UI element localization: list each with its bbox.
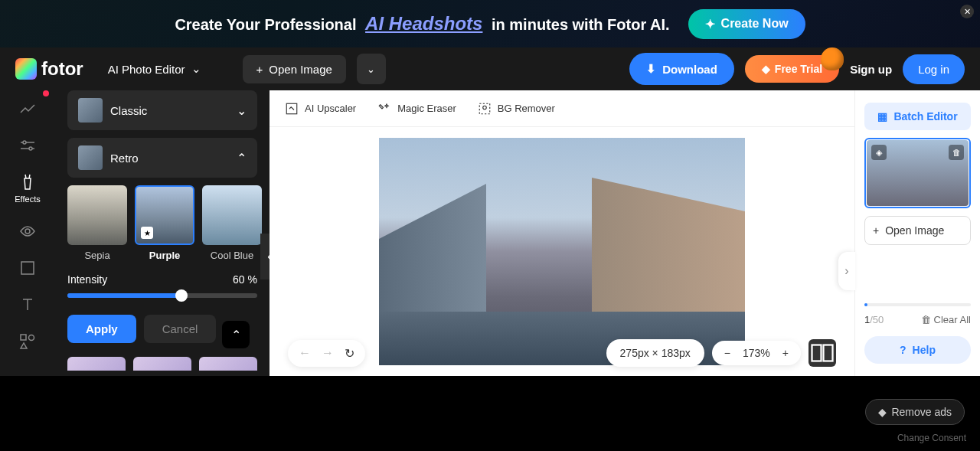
download-label: Download bbox=[662, 63, 717, 76]
chevron-down-icon: ⌄ bbox=[367, 64, 375, 75]
filter-label: Purple bbox=[135, 250, 194, 261]
category-label: Classic bbox=[110, 104, 229, 117]
editor-mode-dropdown[interactable]: AI Photo Editor ⌄ bbox=[108, 62, 201, 76]
undo-button[interactable]: ← bbox=[299, 346, 311, 360]
filter-thumb bbox=[202, 185, 262, 245]
expand-right-panel-button[interactable]: › bbox=[838, 252, 855, 290]
ai-upscaler-button[interactable]: AI Upscaler bbox=[285, 102, 356, 116]
reset-button[interactable]: ↻ bbox=[345, 346, 354, 361]
history-controls: ← → ↻ bbox=[288, 340, 365, 367]
filter-purple[interactable]: ★ Purple bbox=[135, 185, 194, 261]
category-retro[interactable]: Retro ⌃ bbox=[67, 138, 257, 178]
apply-button[interactable]: Apply bbox=[67, 315, 136, 343]
elements-tool-icon[interactable] bbox=[18, 332, 37, 351]
chevron-up-icon: ⌃ bbox=[237, 151, 247, 165]
open-image-side-label: Open Image bbox=[885, 224, 944, 237]
chevron-down-icon: ⌄ bbox=[191, 62, 201, 76]
layers-icon[interactable]: ◈ bbox=[871, 145, 887, 160]
filter-thumb[interactable] bbox=[133, 357, 191, 371]
banner-text-before: Create Your Professional bbox=[175, 16, 356, 33]
magic-eraser-button[interactable]: Magic Eraser bbox=[377, 102, 456, 116]
download-button[interactable]: ⬇ Download bbox=[629, 53, 734, 85]
pumpkin-icon bbox=[821, 47, 844, 70]
bg-remover-button[interactable]: BG Remover bbox=[478, 102, 555, 116]
open-image-button[interactable]: + Open Image bbox=[243, 55, 346, 83]
banner-highlight: AI Headshots bbox=[365, 13, 482, 34]
log-in-button[interactable]: Log in bbox=[903, 54, 965, 84]
svg-rect-12 bbox=[286, 103, 297, 114]
slider-fill bbox=[67, 293, 181, 298]
filter-label: Sepia bbox=[67, 250, 127, 261]
category-thumb bbox=[78, 98, 103, 123]
upscaler-label: AI Upscaler bbox=[305, 103, 356, 114]
svg-rect-7 bbox=[21, 262, 34, 274]
delete-thumbnail-button[interactable]: 🗑 bbox=[949, 145, 964, 160]
app-header: fotor AI Photo Editor ⌄ + Open Image ⌄ ⬇… bbox=[0, 47, 980, 90]
beauty-tool-icon[interactable] bbox=[18, 222, 37, 240]
create-now-button[interactable]: ✦ Create Now bbox=[688, 9, 805, 39]
filter-cool-blue[interactable]: Cool Blue bbox=[202, 185, 262, 261]
redo-button[interactable]: → bbox=[322, 346, 334, 360]
svg-rect-10 bbox=[21, 335, 26, 340]
promo-banner: Create Your Professional AI Headshots in… bbox=[0, 0, 980, 47]
canvas-toolbar: AI Upscaler Magic Eraser BG Remover bbox=[270, 90, 854, 127]
compare-button[interactable] bbox=[808, 339, 836, 367]
zoom-controls: − 173% + bbox=[712, 341, 801, 365]
chevron-up-icon: ⌃ bbox=[231, 328, 241, 342]
open-image-side-button[interactable]: + Open Image bbox=[864, 216, 971, 245]
batch-editor-label: Batch Editor bbox=[893, 110, 957, 123]
zoom-in-button[interactable]: + bbox=[782, 347, 789, 359]
image-counter: 1/50 bbox=[864, 314, 884, 325]
intensity-row: Intensity 60 % bbox=[67, 273, 257, 286]
intensity-value: 60 % bbox=[233, 273, 257, 286]
batch-editor-button[interactable]: ▦ Batch Editor bbox=[864, 103, 971, 130]
zoom-value: 173% bbox=[743, 347, 770, 359]
cancel-button[interactable]: Cancel bbox=[144, 315, 217, 343]
intensity-slider[interactable] bbox=[67, 293, 257, 298]
effects-tool[interactable]: Effects bbox=[15, 173, 40, 204]
filter-thumb[interactable] bbox=[199, 357, 257, 371]
slider-thumb[interactable] bbox=[175, 289, 188, 302]
category-label: Retro bbox=[110, 152, 229, 165]
adjust-tool-icon[interactable] bbox=[18, 136, 37, 155]
remove-ads-button[interactable]: ◆ Remove ads bbox=[865, 399, 965, 425]
filter-grid: Sepia ★ Purple Cool Blue bbox=[67, 185, 257, 261]
plus-icon: + bbox=[256, 63, 263, 76]
ai-tool-icon[interactable] bbox=[18, 100, 37, 118]
scroll-top-button[interactable]: ⌃ bbox=[222, 321, 250, 348]
clear-all-button[interactable]: 🗑 Clear All bbox=[921, 314, 971, 325]
trash-icon: 🗑 bbox=[921, 314, 931, 325]
help-button[interactable]: ? Help bbox=[864, 336, 971, 364]
svg-rect-16 bbox=[824, 345, 833, 361]
eraser-label: Magic Eraser bbox=[397, 103, 456, 114]
editor-mode-label: AI Photo Editor bbox=[108, 63, 185, 76]
chevron-right-icon: › bbox=[844, 264, 848, 278]
left-toolbar: Effects bbox=[0, 90, 55, 376]
frame-tool-icon[interactable] bbox=[18, 259, 37, 277]
svg-point-14 bbox=[483, 106, 487, 109]
category-thumb bbox=[78, 145, 103, 170]
right-panel: ▦ Batch Editor ◈ 🗑 + Open Image 1/50 🗑 C… bbox=[854, 90, 980, 376]
category-classic[interactable]: Classic ⌄ bbox=[67, 90, 257, 130]
filter-thumb[interactable] bbox=[67, 357, 126, 371]
change-consent-link[interactable]: Change Consent bbox=[897, 433, 966, 443]
plus-icon: + bbox=[873, 224, 879, 237]
effects-sidebar: Classic ⌄ Retro ⌃ Sepia ★ Purple Cool Bl… bbox=[55, 90, 270, 376]
open-image-dropdown-button[interactable]: ⌄ bbox=[357, 54, 386, 84]
text-tool-icon[interactable] bbox=[18, 296, 37, 314]
canvas-area: ‹ AI Upscaler Magic Eraser BG Remover bbox=[270, 90, 854, 376]
sparkle-icon: ✦ bbox=[705, 17, 715, 31]
filter-sepia[interactable]: Sepia bbox=[67, 185, 127, 261]
image-thumbnail[interactable]: ◈ 🗑 bbox=[864, 138, 971, 208]
upscale-icon bbox=[285, 102, 299, 116]
zoom-out-button[interactable]: − bbox=[724, 347, 730, 359]
bg-remover-label: BG Remover bbox=[498, 103, 555, 114]
close-banner-button[interactable]: ✕ bbox=[960, 5, 974, 18]
svg-point-0 bbox=[23, 141, 26, 144]
bg-remove-icon bbox=[478, 102, 492, 116]
intensity-label: Intensity bbox=[67, 273, 107, 286]
sign-up-link[interactable]: Sign up bbox=[850, 63, 892, 76]
free-trial-button[interactable]: ◆ Free Trial bbox=[745, 55, 839, 83]
filter-thumb: ★ bbox=[135, 185, 194, 245]
logo[interactable]: fotor bbox=[15, 58, 83, 80]
